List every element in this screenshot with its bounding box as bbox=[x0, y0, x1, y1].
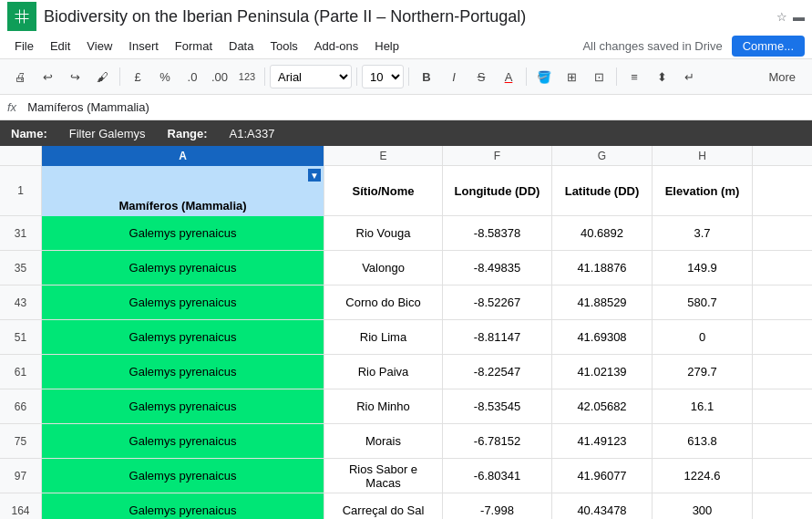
menu-tools[interactable]: Tools bbox=[262, 37, 304, 55]
table-row: 164 Galemys pyrenaicus Carreçal do Sal -… bbox=[0, 493, 812, 519]
decimal-decrease-button[interactable]: .0 bbox=[180, 64, 205, 89]
cell-66-e[interactable]: Rio Minho bbox=[324, 389, 443, 423]
cell-97-e[interactable]: Rios Sabor e Macas bbox=[324, 459, 443, 493]
cell-61-e[interactable]: Rio Paiva bbox=[324, 355, 443, 389]
cell-43-e[interactable]: Corno do Bico bbox=[324, 285, 443, 319]
drive-icon[interactable]: ▬ bbox=[793, 10, 805, 24]
star-icon[interactable]: ☆ bbox=[776, 10, 787, 24]
cell-75-f[interactable]: -6.78152 bbox=[443, 424, 552, 458]
cell-51-h[interactable]: 0 bbox=[653, 320, 753, 354]
menu-file[interactable]: File bbox=[7, 37, 41, 55]
cell-43-a[interactable]: Galemys pyrenaicus bbox=[42, 285, 324, 319]
fill-color-button[interactable]: 🪣 bbox=[531, 64, 557, 89]
borders-button[interactable]: ⊞ bbox=[559, 64, 584, 89]
cell-1-a[interactable]: Mamíferos (Mammalia) ▼ bbox=[42, 166, 324, 216]
align-button[interactable]: ≡ bbox=[622, 64, 647, 89]
cell-66-h[interactable]: 16.1 bbox=[653, 389, 753, 423]
cell-97-g[interactable]: 41.96077 bbox=[552, 459, 653, 493]
font-select[interactable]: Arial bbox=[270, 65, 352, 88]
cell-31-f[interactable]: -8.58378 bbox=[443, 216, 552, 250]
redo-button[interactable]: ↪ bbox=[62, 64, 87, 89]
menu-insert[interactable]: Insert bbox=[121, 37, 166, 55]
col-header-g[interactable]: G bbox=[552, 146, 653, 166]
cell-51-e[interactable]: Rio Lima bbox=[324, 320, 443, 354]
menu-help[interactable]: Help bbox=[367, 37, 406, 55]
menu-addons[interactable]: Add-ons bbox=[307, 37, 365, 55]
cell-51-a[interactable]: Galemys pyrenaicus bbox=[42, 320, 324, 354]
currency-button[interactable]: £ bbox=[125, 64, 150, 89]
cell-35-a[interactable]: Galemys pyrenaicus bbox=[42, 251, 324, 285]
wrap-button[interactable]: ↵ bbox=[676, 64, 702, 89]
table-row: 35 Galemys pyrenaicus Valongo -8.49835 4… bbox=[0, 251, 812, 285]
cell-164-a[interactable]: Galemys pyrenaicus bbox=[42, 493, 324, 519]
cell-66-f[interactable]: -8.53545 bbox=[443, 389, 552, 423]
document-title: Biodiversity on the Iberian Peninsula (P… bbox=[44, 7, 769, 26]
cell-1-h[interactable]: Elevation (m) bbox=[653, 166, 753, 216]
cell-31-h[interactable]: 3.7 bbox=[653, 216, 753, 250]
font-size-select[interactable]: 10 bbox=[362, 65, 404, 88]
cell-1-f[interactable]: Longitude (DD) bbox=[443, 166, 552, 216]
cell-43-h[interactable]: 580.7 bbox=[653, 285, 753, 319]
cell-31-a[interactable]: Galemys pyrenaicus bbox=[42, 216, 324, 250]
cell-35-g[interactable]: 41.18876 bbox=[552, 251, 653, 285]
header-row: 1 Mamíferos (Mammalia) ▼ Sítio/Nome Long… bbox=[0, 166, 812, 216]
bold-button[interactable]: B bbox=[414, 64, 439, 89]
menu-data[interactable]: Data bbox=[221, 37, 261, 55]
comment-button[interactable]: Comme... bbox=[732, 36, 805, 57]
cell-61-a[interactable]: Galemys pyrenaicus bbox=[42, 355, 324, 389]
cell-164-f[interactable]: -7.998 bbox=[443, 493, 552, 519]
filter-range-value: A1:A337 bbox=[230, 127, 275, 140]
cell-164-g[interactable]: 40.43478 bbox=[552, 493, 653, 519]
merge-button[interactable]: ⊡ bbox=[586, 64, 612, 89]
cell-43-g[interactable]: 41.88529 bbox=[552, 285, 653, 319]
cell-75-h[interactable]: 613.8 bbox=[653, 424, 753, 458]
cell-43-f[interactable]: -8.52267 bbox=[443, 285, 552, 319]
cell-35-h[interactable]: 149.9 bbox=[653, 251, 753, 285]
top-bar: Biodiversity on the Iberian Peninsula (P… bbox=[0, 0, 812, 33]
cell-97-h[interactable]: 1224.6 bbox=[653, 459, 753, 493]
valign-button[interactable]: ⬍ bbox=[649, 64, 674, 89]
menu-format[interactable]: Format bbox=[168, 37, 220, 55]
cell-75-e[interactable]: Morais bbox=[324, 424, 443, 458]
row-num-51: 51 bbox=[0, 320, 42, 354]
col-header-e[interactable]: E bbox=[324, 146, 443, 166]
strikethrough-button[interactable]: S bbox=[468, 64, 494, 89]
cell-31-g[interactable]: 40.6892 bbox=[552, 216, 653, 250]
text-color-button[interactable]: A bbox=[496, 64, 521, 89]
cell-75-g[interactable]: 41.49123 bbox=[552, 424, 653, 458]
cell-66-a[interactable]: Galemys pyrenaicus bbox=[42, 389, 324, 423]
paint-format-button[interactable]: 🖌 bbox=[89, 64, 115, 89]
cell-75-a[interactable]: Galemys pyrenaicus bbox=[42, 424, 324, 458]
cell-61-h[interactable]: 279.7 bbox=[653, 355, 753, 389]
cell-61-f[interactable]: -8.22547 bbox=[443, 355, 552, 389]
number-format-button[interactable]: 123 bbox=[234, 64, 260, 89]
formula-icon: fx bbox=[7, 100, 16, 114]
cell-97-f[interactable]: -6.80341 bbox=[443, 459, 552, 493]
print-button[interactable]: 🖨 bbox=[7, 64, 33, 89]
menu-edit[interactable]: Edit bbox=[43, 37, 77, 55]
menu-view[interactable]: View bbox=[79, 37, 119, 55]
percent-button[interactable]: % bbox=[152, 64, 178, 89]
app-icon[interactable] bbox=[7, 2, 36, 31]
filter-badge[interactable]: ▼ bbox=[308, 169, 321, 182]
cell-35-f[interactable]: -8.49835 bbox=[443, 251, 552, 285]
col-header-h[interactable]: H bbox=[653, 146, 753, 166]
cell-61-g[interactable]: 41.02139 bbox=[552, 355, 653, 389]
cell-51-f[interactable]: -8.81147 bbox=[443, 320, 552, 354]
undo-button[interactable]: ↩ bbox=[35, 64, 60, 89]
col-header-a[interactable]: A bbox=[42, 146, 324, 166]
cell-164-e[interactable]: Carreçal do Sal bbox=[324, 493, 443, 519]
cell-51-g[interactable]: 41.69308 bbox=[552, 320, 653, 354]
row-num-75: 75 bbox=[0, 424, 42, 458]
italic-button[interactable]: I bbox=[441, 64, 467, 89]
cell-97-a[interactable]: Galemys pyrenaicus bbox=[42, 459, 324, 493]
cell-31-e[interactable]: Rio Vouga bbox=[324, 216, 443, 250]
col-header-f[interactable]: F bbox=[443, 146, 552, 166]
cell-35-e[interactable]: Valongo bbox=[324, 251, 443, 285]
cell-1-g[interactable]: Latitude (DD) bbox=[552, 166, 653, 216]
more-button[interactable]: More bbox=[759, 68, 805, 86]
cell-66-g[interactable]: 42.05682 bbox=[552, 389, 653, 423]
cell-1-e[interactable]: Sítio/Nome bbox=[324, 166, 443, 216]
cell-164-h[interactable]: 300 bbox=[653, 493, 753, 519]
decimal-increase-button[interactable]: .00 bbox=[207, 64, 232, 89]
